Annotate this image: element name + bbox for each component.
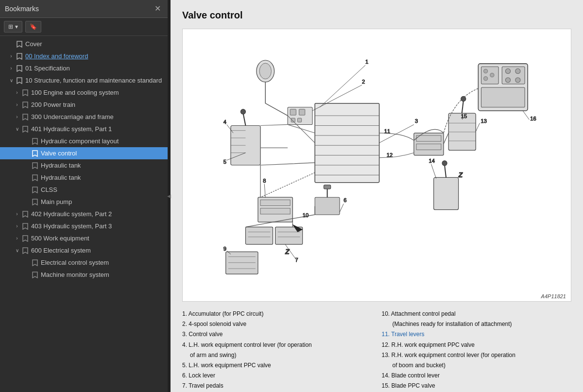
- bookmark-icon: [31, 150, 39, 157]
- legend-item-7: 7. Travel pedals: [182, 381, 372, 391]
- tree-item-label: 00 Index and foreword: [25, 52, 165, 60]
- svg-text:6: 6: [343, 197, 346, 203]
- tree-item-hydraulic2[interactable]: › 402 Hydraulic system, Part 2: [0, 208, 168, 220]
- legend-item-15: 15. Blade PPC valve: [382, 381, 572, 391]
- tree-item-powertrain[interactable]: › 200 Power train: [0, 99, 168, 111]
- expand-arrow: [23, 163, 30, 168]
- svg-point-55: [505, 68, 510, 73]
- expand-arrow: ›: [14, 211, 20, 217]
- tree-item-cover[interactable]: Cover: [0, 38, 168, 50]
- tree-item-machine-monitor[interactable]: Machine monitor system: [0, 269, 168, 281]
- bookmark-icon: [16, 77, 23, 84]
- svg-point-15: [259, 63, 271, 79]
- bookmark-icon: [31, 259, 39, 266]
- tree-item-undercarriage[interactable]: › 300 Undercarriage and frame: [0, 111, 168, 123]
- expand-arrow: ›: [14, 236, 20, 241]
- tree-item-engine[interactable]: › 100 Engine and cooling system: [0, 86, 168, 99]
- svg-point-18: [240, 109, 245, 114]
- legend-item-13: 13. R.H. work equipment control lever (f…: [382, 351, 572, 360]
- svg-rect-31: [260, 208, 290, 214]
- tree-item-label: CLSS: [41, 186, 165, 193]
- expand-arrow: [23, 151, 30, 156]
- expand-arrow: [8, 41, 15, 47]
- tree-item-work-equipment[interactable]: › 500 Work equipment: [0, 232, 168, 244]
- tree-item-label: 500 Work equipment: [31, 235, 165, 242]
- tree-item-index-foreword[interactable]: › 00 Index and foreword: [0, 50, 168, 62]
- expand-arrow: [23, 260, 30, 265]
- tree-item-valve-control[interactable]: Valve control: [0, 147, 168, 159]
- svg-point-61: [442, 161, 447, 166]
- bookmark-icon: [31, 138, 39, 145]
- svg-rect-13: [297, 118, 301, 122]
- svg-rect-49: [481, 67, 498, 84]
- svg-text:7: 7: [295, 257, 298, 263]
- legend-item-10: 10. Attachment control pedal: [382, 309, 572, 319]
- tree-item-main-pump[interactable]: Main pump: [0, 196, 168, 208]
- diagram-container: Z Z 1 2 3 4 5 6 7: [182, 29, 571, 302]
- svg-text:13: 13: [480, 118, 486, 124]
- tree-item-specification[interactable]: › 01 Specification: [0, 62, 168, 74]
- expand-arrow: ›: [8, 53, 15, 59]
- legend-item-11: 11. Travel levers: [382, 330, 572, 339]
- tree-item-label: Machine monitor system: [41, 271, 165, 278]
- expand-arrow: [23, 187, 30, 192]
- bookmark-icon: [31, 187, 39, 193]
- tree-item-label: Hydraulic tank: [41, 174, 165, 181]
- bookmark-icon: [21, 211, 29, 218]
- bookmark-icon: [21, 235, 29, 242]
- svg-rect-38: [324, 185, 330, 189]
- svg-point-58: [515, 78, 520, 83]
- tree-item-clss[interactable]: CLSS: [0, 184, 168, 196]
- bookmarks-tree: Cover › 00 Index and foreword › 01 Speci…: [0, 36, 168, 392]
- expand-arrow: ∨: [14, 248, 20, 253]
- svg-text:12: 12: [387, 152, 393, 158]
- svg-text:3: 3: [415, 118, 418, 124]
- tree-item-structure[interactable]: ∨ 10 Structure, function and maintenance…: [0, 74, 168, 86]
- tree-item-electrical-control[interactable]: Electrical control system: [0, 256, 168, 269]
- tree-item-label: Hydraulic tank: [41, 162, 165, 169]
- sidebar-title: Bookmarks: [5, 5, 39, 13]
- bookmark-icon: [21, 102, 29, 108]
- svg-rect-50: [502, 67, 525, 84]
- tree-item-label: 10 Structure, function and maintenance s…: [25, 77, 165, 84]
- tree-item-hydraulic-tank2[interactable]: Hydraulic tank: [0, 171, 168, 184]
- tree-item-hydraulic-layout[interactable]: Hydraulic component layout: [0, 135, 168, 147]
- expand-arrow: [23, 175, 30, 180]
- svg-point-52: [484, 69, 488, 73]
- tree-item-hydraulic-tank1[interactable]: Hydraulic tank: [0, 159, 168, 171]
- svg-rect-36: [315, 197, 340, 215]
- bookmark-icon: [21, 223, 29, 230]
- svg-text:Z: Z: [285, 248, 290, 256]
- tree-item-electrical[interactable]: ∨ 600 Electrical system: [0, 244, 168, 256]
- legend-item-10-cont: (Machines ready for installation of atta…: [382, 320, 572, 329]
- expand-arrow: [23, 199, 30, 205]
- svg-text:4: 4: [223, 119, 226, 125]
- bookmark-icon: [21, 126, 29, 133]
- legend-item-2: 2. 4-spool solenoid valve: [182, 320, 372, 329]
- tree-item-hydraulic3[interactable]: › 403 Hydraulic system, Part 3: [0, 220, 168, 232]
- legend-item-13-cont: of boom and bucket): [382, 361, 572, 370]
- close-button[interactable]: ✕: [153, 4, 163, 14]
- svg-rect-30: [260, 200, 290, 205]
- tree-item-label: Electrical control system: [41, 259, 165, 266]
- svg-point-53: [484, 77, 488, 81]
- bookmark-icon: [16, 41, 23, 48]
- svg-point-56: [515, 68, 520, 73]
- tree-item-hydraulic1[interactable]: ∨ 401 Hydraulic system, Part 1: [0, 123, 168, 135]
- grid-icon: ⊞: [8, 23, 13, 30]
- svg-text:5: 5: [223, 159, 226, 165]
- resize-handle[interactable]: [168, 0, 171, 392]
- svg-text:16: 16: [530, 116, 536, 121]
- bookmark-icon: [16, 53, 23, 60]
- legend-item-4-cont: of arm and swing): [182, 351, 372, 360]
- bookmark-icon: [31, 272, 39, 278]
- tree-item-label: Cover: [25, 40, 165, 48]
- expand-arrow: ›: [14, 223, 20, 229]
- bookmark-icon: [16, 65, 23, 72]
- svg-rect-47: [416, 144, 441, 150]
- svg-text:8: 8: [263, 178, 266, 184]
- view-options-button[interactable]: ⊞ ▾: [4, 21, 22, 33]
- bookmark-icon: [31, 174, 39, 181]
- svg-rect-23: [246, 227, 273, 244]
- bookmark-button[interactable]: 🔖: [25, 21, 41, 33]
